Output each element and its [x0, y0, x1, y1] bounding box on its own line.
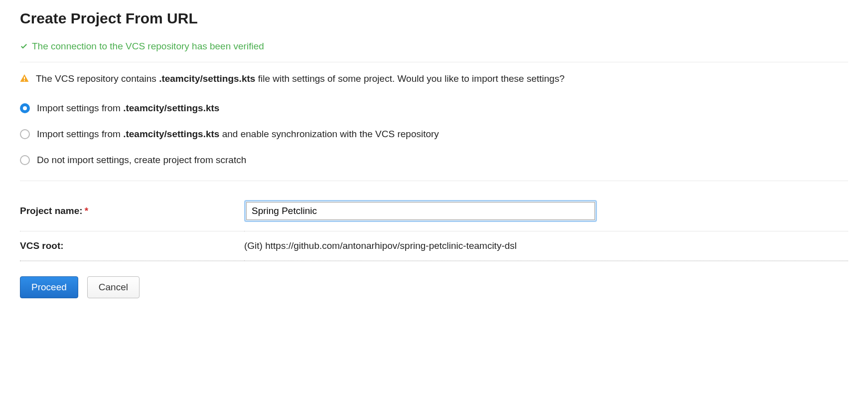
radio-button-icon: [20, 129, 30, 139]
radio-label: Import settings from .teamcity/settings.…: [37, 103, 219, 114]
radio-button-icon: [20, 155, 30, 165]
success-text: The connection to the VCS repository has…: [32, 41, 264, 52]
radio-no-import[interactable]: Do not import settings, create project f…: [20, 155, 848, 166]
radio-button-selected-icon: [20, 103, 30, 113]
success-message: The connection to the VCS repository has…: [20, 41, 848, 52]
button-row: Proceed Cancel: [20, 276, 848, 298]
required-indicator: *: [85, 206, 88, 216]
radio-label: Import settings from .teamcity/settings.…: [37, 129, 439, 140]
radio-label: Do not import settings, create project f…: [37, 155, 246, 166]
project-name-label: Project name:*: [20, 191, 244, 231]
radio-import-with-sync[interactable]: Import settings from .teamcity/settings.…: [20, 129, 848, 140]
cancel-button[interactable]: Cancel: [87, 276, 140, 298]
svg-rect-1: [24, 80, 25, 81]
vcs-root-label: VCS root:: [20, 231, 244, 260]
svg-rect-0: [24, 77, 25, 79]
divider: [20, 261, 848, 261]
vcs-root-value: (Git) https://github.com/antonarhipov/sp…: [244, 231, 848, 260]
form-table: Project name:* VCS root: (Git) https://g…: [20, 191, 848, 261]
warning-message: The VCS repository contains .teamcity/se…: [20, 72, 848, 86]
divider: [20, 181, 848, 181]
divider: [20, 62, 848, 62]
import-options-group: Import settings from .teamcity/settings.…: [20, 103, 848, 166]
page-title: Create Project From URL: [20, 10, 848, 27]
proceed-button[interactable]: Proceed: [20, 276, 78, 298]
warning-text: The VCS repository contains .teamcity/se…: [36, 72, 565, 86]
project-name-input[interactable]: [246, 202, 595, 220]
check-icon: [20, 42, 28, 50]
radio-import-settings[interactable]: Import settings from .teamcity/settings.…: [20, 103, 848, 114]
warning-icon: [20, 74, 29, 83]
